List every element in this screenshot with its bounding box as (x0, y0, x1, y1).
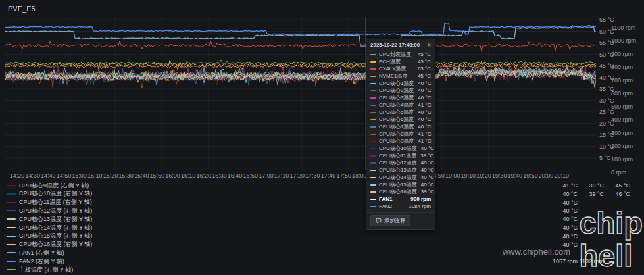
series-color-swatch (7, 244, 16, 245)
tooltip-series-value: 40 °C (414, 109, 431, 115)
series-color-swatch (370, 184, 376, 186)
tooltip-series-value: 40 °C (414, 116, 431, 122)
series-color-swatch (370, 76, 376, 77)
series-color-swatch (7, 202, 16, 203)
legend-item[interactable]: CPU核心12温度 (右侧 Y 轴)40 °C (7, 207, 630, 214)
legend-item[interactable]: FAN1 (右侧 Y 轴) (7, 249, 630, 257)
y-axis-tick-rpm: 800 rpm (611, 64, 633, 70)
tooltip-series-value: 41 °C (414, 102, 431, 108)
series-color-swatch (370, 177, 376, 178)
y-axis-tick-rpm: 1000 rpm (611, 38, 636, 44)
y-axis-tick-temp: 65 °C (599, 16, 614, 23)
series-line (5, 63, 596, 70)
series-line (5, 41, 596, 51)
series-color-swatch (7, 193, 16, 195)
tooltip-series-row: CPU核心10温度40 °C (370, 145, 431, 152)
series-color-swatch (370, 105, 376, 106)
series-color-swatch (7, 269, 16, 270)
tooltip-series-name: CPU核心11温度 (379, 152, 416, 159)
tooltip-series-value: 40 °C (417, 182, 434, 188)
legend-series-name: CPU核心16温度 (右侧 Y 轴) (19, 240, 92, 249)
y-axis-tick-rpm: 300 rpm (611, 130, 633, 136)
tooltip-series-name: CPU封装温度 (379, 51, 411, 58)
tooltip-series-name: CPU核心10温度 (379, 145, 417, 152)
series-color-swatch (370, 112, 376, 113)
timeseries-plot[interactable] (5, 17, 596, 170)
tooltip-series-name: CPU核心9温度 (379, 138, 414, 145)
legend: CPU核心9温度 (右侧 Y 轴)41 °C39 °C45 °CCPU核心10温… (7, 182, 630, 275)
y-axis-tick-rpm: 100 rpm (611, 156, 633, 162)
legend-item[interactable]: 主板温度 (右侧 Y 轴) (7, 266, 630, 274)
tooltip-series-row: CPU核心5温度40 °C (370, 109, 431, 116)
legend-series-name: CPU核心9温度 (右侧 Y 轴) (19, 182, 89, 190)
tooltip-series-row: CPU核心2温度40 °C (370, 87, 431, 94)
legend-item[interactable]: FAN2 (右侧 Y 轴)1057 rpm1132 rpm (7, 257, 630, 265)
series-color-swatch (370, 126, 376, 128)
y-axis-tick-temp: 5 °C (599, 155, 611, 161)
legend-item[interactable]: CPU核心16温度 (右侧 Y 轴)40 °C (7, 241, 630, 249)
tooltip-series-name: CPU核心1温度 (379, 80, 414, 87)
legend-stat-value: 40 °C (551, 224, 578, 231)
legend-item[interactable]: CPU核心10温度 (右侧 Y 轴)40 °C39 °C46 °C (7, 190, 630, 198)
add-annotation-label: 添加注释 (384, 217, 405, 224)
legend-item[interactable]: CPU核心13温度 (右侧 Y 轴)40 °C (7, 215, 630, 223)
legend-series-name: CPU核心14温度 (右侧 Y 轴) (19, 224, 92, 232)
tooltip-series-row: CPU核心9温度41 °C (370, 138, 431, 145)
tooltip-series-value: 41 °C (414, 131, 431, 137)
y-axis-tick-temp: 30 °C (599, 97, 614, 104)
legend-series-name: CPU核心13温度 (右侧 Y 轴) (19, 215, 92, 224)
series-color-swatch (370, 191, 376, 193)
chart-tooltip: 2025-10-22 17:48:00 × CPU封装温度45 °CPCH温度4… (366, 39, 435, 230)
tooltip-series-value: 45 °C (414, 59, 431, 64)
series-color-swatch (370, 141, 376, 142)
tooltip-series-row: CPU核心14温度40 °C (370, 174, 431, 181)
tooltip-series-name: CPU核心14温度 (379, 174, 417, 181)
series-color-swatch (370, 134, 376, 135)
legend-series-name: FAN1 (右侧 Y 轴) (19, 249, 64, 257)
series-color-swatch (370, 119, 376, 120)
tooltip-series-value: 40 °C (414, 124, 431, 130)
tooltip-series-name: FAN1 (379, 196, 392, 202)
tooltip-series-row: CPU核心7温度40 °C (370, 123, 431, 130)
tooltip-series-row: CPU核心8温度41 °C (370, 130, 431, 138)
legend-stat-value: 40 °C (551, 241, 578, 248)
tooltip-series-name: CPU核心6温度 (379, 116, 414, 123)
y-axis-tick-rpm: 500 rpm (611, 103, 633, 110)
tooltip-series-value: 40 °C (414, 80, 431, 86)
series-color-swatch (7, 261, 16, 262)
legend-stat-value: 41 °C (551, 182, 578, 189)
legend-item[interactable]: CPU核心9温度 (右侧 Y 轴)41 °C39 °C45 °C (7, 182, 630, 189)
series-color-swatch (7, 236, 16, 237)
tooltip-series-row: CPU核心11温度39 °C (370, 152, 431, 159)
legend-series-name: 主板温度 (右侧 Y 轴) (19, 266, 73, 274)
tooltip-series-name: NVME1温度 (379, 72, 408, 80)
tooltip-series-value: 40 °C (414, 88, 431, 93)
legend-item[interactable]: CPU核心11温度 (右侧 Y 轴)40 °C (7, 199, 630, 207)
tooltip-series-value: 40 °C (417, 145, 434, 151)
legend-stat-value: 45 °C (604, 182, 630, 189)
y-axis-tick-rpm: 1100 rpm (611, 24, 635, 31)
tooltip-series-name: FAN2 (379, 203, 392, 209)
legend-item[interactable]: CPU核心15温度 (右侧 Y 轴)40 °C (7, 232, 630, 240)
add-annotation-button[interactable]: 添加注释 (370, 215, 410, 226)
tooltip-close-icon[interactable]: × (424, 43, 431, 48)
legend-series-name: CPU核心15温度 (右侧 Y 轴) (19, 232, 92, 240)
series-line (5, 61, 596, 70)
legend-stat-value: 40 °C (551, 207, 578, 214)
legend-series-name: FAN2 (右侧 Y 轴) (19, 257, 64, 266)
tooltip-series-value: 1084 rpm (405, 203, 431, 209)
series-line (5, 26, 596, 47)
x-axis-tick: 20:10 (551, 172, 573, 179)
y-axis-tick-rpm: 400 rpm (611, 116, 633, 123)
tooltip-series-value: 960 rpm (407, 196, 431, 202)
y-axis-tick-rpm: 600 rpm (611, 90, 633, 97)
tooltip-series-value: 63 °C (414, 66, 431, 72)
legend-stat-value: 40 °C (551, 199, 578, 206)
grafana-panel: PVE_E5 65 °C60 °C55 °C50 °C45 °C40 °C35 … (0, 0, 644, 275)
series-color-swatch (7, 252, 16, 253)
legend-item[interactable]: CPU核心14温度 (右侧 Y 轴)40 °C (7, 224, 630, 232)
series-color-swatch (7, 185, 16, 186)
tooltip-series-value: 45 °C (414, 73, 431, 79)
tooltip-series-row: CPU核心4温度41 °C (370, 101, 431, 109)
series-color-swatch (370, 162, 376, 164)
